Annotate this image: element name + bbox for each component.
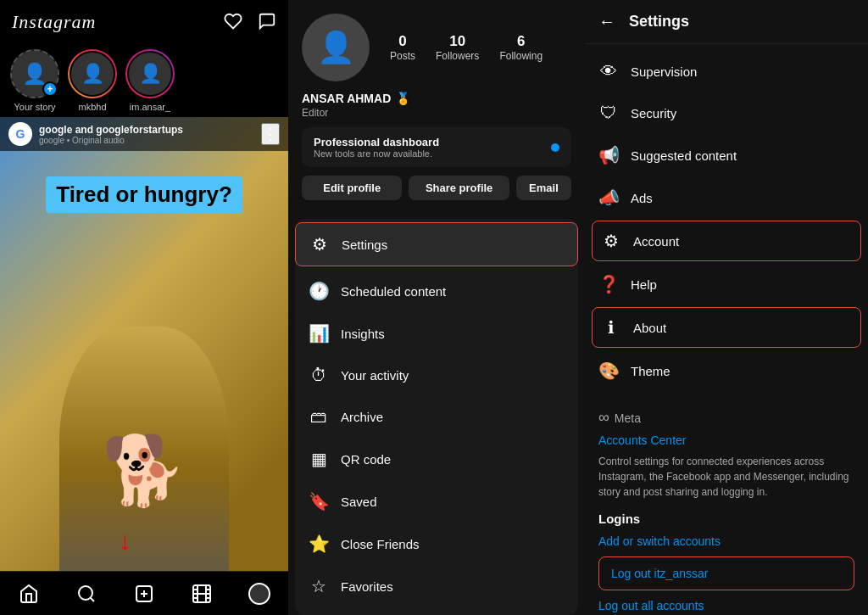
settings-item-supervision[interactable]: 👁 Supervision: [585, 51, 868, 92]
story-item-mkbhd[interactable]: 👤 mkbhd: [68, 49, 117, 112]
dropdown-item-favorites[interactable]: ☆ Favorites: [295, 565, 578, 607]
dropdown-favorites-label: Favorites: [341, 579, 393, 594]
dropdown-settings-label: Settings: [342, 238, 387, 252]
add-switch-accounts-link[interactable]: Add or switch accounts: [598, 534, 854, 548]
settings-item-suggested[interactable]: 📢 Suggested content: [585, 134, 868, 176]
story-label-imansar: im.ansar_: [130, 102, 170, 112]
dropdown-item-discover[interactable]: 👥 Discover people: [295, 607, 578, 615]
dropdown-item-archive[interactable]: 🗃 Archive: [295, 396, 578, 438]
stat-posts[interactable]: 0 Posts: [390, 33, 415, 62]
post-username1: google: [39, 124, 72, 136]
edit-profile-button[interactable]: Edit profile: [302, 176, 402, 200]
dropdown-item-saved[interactable]: 🔖 Saved: [295, 480, 578, 523]
accounts-center-link[interactable]: Accounts Center: [598, 433, 854, 447]
pro-dashboard[interactable]: Professional dashboard New tools are now…: [302, 127, 571, 167]
settings-help-label: Help: [631, 277, 657, 292]
settings-item-security[interactable]: 🛡 Security: [585, 92, 868, 134]
settings-theme-label: Theme: [631, 364, 670, 378]
nav-home-button[interactable]: [10, 575, 47, 612]
post-header: G google and googleforstartups google • …: [0, 117, 288, 151]
logout-user-box[interactable]: Log out itz_anssar: [598, 556, 854, 590]
share-profile-button[interactable]: Share profile: [409, 176, 509, 200]
settings-item-about[interactable]: ℹ About: [592, 307, 861, 348]
meta-section: ∞ Meta Accounts Center Control settings …: [585, 399, 868, 615]
dropdown-item-activity[interactable]: ⏱ Your activity: [295, 355, 578, 396]
email-button[interactable]: Email: [516, 176, 571, 200]
profile-name: ANSAR AHMAD: [302, 92, 391, 105]
middle-panel: 👤 0 Posts 10 Followers 6 Following ANSAR…: [288, 0, 585, 615]
right-panel: ← Settings 👁 Supervision 🛡 Security 📢 Su…: [585, 0, 868, 615]
dropdown-item-scheduled[interactable]: 🕐 Scheduled content: [295, 270, 578, 312]
post-image: Tired or hungry? 🐕 ↓: [0, 117, 288, 615]
red-arrow: ↓: [119, 527, 131, 556]
settings-item-theme[interactable]: 🎨 Theme: [585, 349, 868, 392]
logout-user-text: Log out itz_anssar: [611, 567, 708, 580]
dropdown-activity-label: Your activity: [341, 368, 409, 383]
top-bar-icons: [224, 12, 276, 33]
pro-dash-dot: [551, 143, 559, 152]
followers-label: Followers: [436, 50, 479, 62]
profile-top: 👤 0 Posts 10 Followers 6 Following: [302, 14, 571, 81]
story-label-your-story: Your story: [14, 102, 55, 112]
dropdown-item-settings[interactable]: ⚙ Settings: [295, 222, 578, 266]
story-item-your-story[interactable]: 👤 + Your story: [10, 49, 59, 112]
settings-header: ← Settings: [585, 0, 868, 44]
post-usernames: google and googleforstartups: [39, 124, 254, 136]
settings-security-icon: 🛡: [598, 103, 619, 123]
heart-icon[interactable]: [224, 12, 242, 33]
dropdown-item-insights[interactable]: 📊 Insights: [295, 312, 578, 355]
settings-item-ads[interactable]: 📣 Ads: [585, 176, 868, 219]
dropdown-activity-icon: ⏱: [309, 366, 329, 385]
post-info: google and googleforstartups google • Or…: [39, 124, 254, 145]
stat-followers[interactable]: 10 Followers: [436, 33, 479, 62]
post-subtitle: google • Original audio: [39, 136, 254, 145]
svg-point-0: [79, 586, 92, 600]
messenger-icon[interactable]: [258, 12, 276, 33]
dropdown-insights-label: Insights: [341, 327, 385, 341]
followers-count: 10: [449, 33, 465, 50]
dropdown-scheduled-icon: 🕐: [309, 281, 329, 301]
post-text-overlay: Tired or hungry?: [0, 168, 288, 221]
profile-name-row: ANSAR AHMAD 🏅: [302, 92, 571, 105]
post-more-button[interactable]: ⋮: [261, 123, 280, 145]
dropdown-saved-label: Saved: [341, 495, 377, 509]
instagram-logo: Instagram: [12, 11, 96, 33]
profile-bio: Editor: [302, 107, 571, 119]
settings-item-help[interactable]: ❓ Help: [585, 263, 868, 305]
following-count: 6: [517, 33, 525, 50]
left-bottom-nav: [0, 571, 288, 615]
settings-account-label: Account: [633, 234, 679, 249]
story-plus-icon: +: [42, 81, 58, 97]
settings-suggested-icon: 📢: [598, 145, 619, 165]
settings-back-button[interactable]: ←: [598, 12, 615, 31]
dropdown-saved-icon: 🔖: [309, 491, 329, 512]
meta-description: Control settings for connected experienc…: [598, 454, 854, 500]
settings-account-icon: ⚙: [601, 231, 621, 251]
profile-actions: Edit profile Share profile Email: [302, 176, 571, 200]
dropdown-item-close-friends[interactable]: ⭐ Close Friends: [295, 523, 578, 565]
dropdown-item-qr[interactable]: ▦ QR code: [295, 438, 578, 480]
nav-profile-circle: [248, 583, 270, 605]
nav-profile-button[interactable]: [241, 575, 278, 612]
nav-search-button[interactable]: [68, 575, 105, 612]
settings-ads-icon: 📣: [598, 187, 619, 208]
settings-security-label: Security: [631, 106, 676, 120]
dropdown-close-friends-label: Close Friends: [341, 537, 420, 551]
dropdown-scheduled-label: Scheduled content: [341, 284, 446, 299]
profile-avatar: 👤: [302, 14, 370, 81]
google-avatar: G: [8, 122, 32, 146]
profile-header: 👤 0 Posts 10 Followers 6 Following ANSAR…: [288, 0, 585, 219]
meta-logo-row: ∞ Meta: [598, 409, 854, 427]
nav-reels-button[interactable]: [183, 575, 220, 612]
posts-count: 0: [398, 33, 406, 50]
settings-list: 👁 Supervision 🛡 Security 📢 Suggested con…: [585, 44, 868, 399]
settings-about-label: About: [633, 321, 666, 335]
nav-add-button[interactable]: [125, 575, 163, 612]
settings-item-account[interactable]: ⚙ Account: [592, 221, 861, 261]
dropdown-close-friends-icon: ⭐: [309, 534, 329, 554]
verified-badge-icon: 🏅: [396, 92, 410, 105]
story-item-imansar[interactable]: 👤 im.ansar_: [125, 49, 175, 112]
feed-post: G google and googleforstartups google • …: [0, 117, 288, 615]
logout-all-link[interactable]: Log out all accounts: [598, 599, 854, 612]
stat-following[interactable]: 6 Following: [499, 33, 542, 62]
